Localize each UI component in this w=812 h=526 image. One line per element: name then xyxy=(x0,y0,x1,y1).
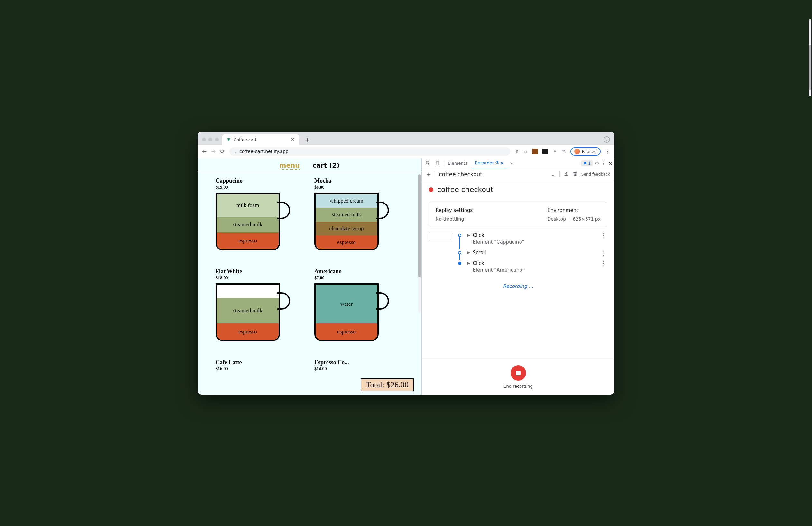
product-name: Cappucino xyxy=(216,178,305,184)
export-icon[interactable] xyxy=(564,171,569,178)
product-name: Espresso Co... xyxy=(314,359,403,366)
mug-graphic: milk foamsteamed milkespresso xyxy=(216,193,290,251)
product-card[interactable]: Flat White$18.00steamed milkespresso xyxy=(216,268,305,355)
product-price: $8.00 xyxy=(314,185,403,190)
chevron-down-icon: ⌄ xyxy=(551,171,555,178)
caret-right-icon[interactable]: ▶ xyxy=(467,261,470,265)
minimize-window-icon[interactable] xyxy=(208,138,212,141)
step-thumbnail xyxy=(429,232,452,241)
caret-right-icon[interactable]: ▶ xyxy=(467,251,470,255)
extension-icon-1[interactable] xyxy=(532,149,538,154)
replay-settings: Replay settings No throttling xyxy=(436,207,473,222)
site-info-icon[interactable]: ⌄ xyxy=(234,150,237,154)
url-text: coffee-cart.netlify.app xyxy=(240,149,289,154)
mug-layer: chocolate syrup xyxy=(316,222,377,235)
product-grid: Cappucino$19.00milk foamsteamed milkespr… xyxy=(198,172,421,393)
nav-menu-link[interactable]: menu xyxy=(279,161,300,170)
gear-icon[interactable]: ⚙ xyxy=(595,161,599,166)
delete-icon[interactable] xyxy=(572,171,578,177)
star-icon[interactable]: ☆ xyxy=(523,149,527,154)
stop-recording-button[interactable] xyxy=(510,365,526,381)
step-row[interactable]: ▶ ClickElement "Americano" ⋮ xyxy=(429,258,607,275)
step-kebab-icon[interactable]: ⋮ xyxy=(599,232,607,239)
close-devtools-icon[interactable]: × xyxy=(608,160,612,166)
browser-window: Coffee cart × + ⌄ ← → ⟳ ⌄ coffee-cart.ne… xyxy=(198,132,614,394)
share-icon[interactable]: ⇧ xyxy=(515,149,519,154)
mug-layer: steamed milk xyxy=(316,208,377,222)
maximize-window-icon[interactable] xyxy=(215,138,219,141)
extensions-icon[interactable]: ✦ xyxy=(553,149,557,154)
close-window-icon[interactable] xyxy=(202,138,206,141)
product-card[interactable]: Mocha$8.00whipped creamsteamed milkchoco… xyxy=(314,178,403,264)
end-recording-label: End recording xyxy=(504,384,533,389)
step-kebab-icon[interactable]: ⋮ xyxy=(599,260,607,267)
vue-icon xyxy=(227,137,231,142)
svg-rect-2 xyxy=(437,162,438,164)
product-name: Mocha xyxy=(314,178,403,184)
kebab-icon[interactable]: ⋮ xyxy=(601,161,606,166)
close-tab-icon[interactable]: × xyxy=(290,137,295,142)
product-name: Flat White xyxy=(216,268,305,275)
address-bar-row: ← → ⟳ ⌄ coffee-cart.netlify.app ⇧ ☆ ✦ ⚗ … xyxy=(198,145,614,158)
reload-button[interactable]: ⟳ xyxy=(220,148,225,155)
recording-status: Recording ... xyxy=(429,275,607,297)
send-feedback-link[interactable]: Send feedback xyxy=(581,172,610,177)
labs-icon[interactable]: ⚗ xyxy=(561,149,566,154)
step-row[interactable]: ▶ ClickElement "Cappucino" ⋮ xyxy=(429,230,607,247)
browser-tab[interactable]: Coffee cart × xyxy=(222,134,299,145)
more-tabs-icon[interactable]: » xyxy=(508,161,515,166)
mug-graphic: whipped creamsteamed milkchocolate syrup… xyxy=(314,193,388,251)
close-icon[interactable]: × xyxy=(500,161,504,166)
address-bar[interactable]: ⌄ coffee-cart.netlify.app xyxy=(229,147,510,155)
avatar-icon xyxy=(574,149,580,154)
product-card[interactable]: Cafe Latte$16.00 xyxy=(216,359,305,388)
window-controls xyxy=(202,138,219,141)
mug-layer: espresso xyxy=(316,324,377,340)
mug-layer: espresso xyxy=(217,232,279,249)
recording-selector[interactable]: coffee checkout ⌄ xyxy=(439,171,555,178)
product-price: $14.00 xyxy=(314,366,403,372)
mug-layer xyxy=(217,285,279,298)
step-kebab-icon[interactable]: ⋮ xyxy=(599,250,607,256)
record-indicator-icon xyxy=(429,187,433,192)
profile-paused[interactable]: Paused xyxy=(570,147,600,155)
product-name: Cafe Latte xyxy=(216,359,305,366)
tab-recorder[interactable]: Recorder ⚗ × xyxy=(472,158,507,168)
product-price: $19.00 xyxy=(216,185,305,190)
toolbar-icons: ⇧ ☆ ✦ ⚗ Paused ⋮ xyxy=(515,147,610,155)
caret-right-icon[interactable]: ▶ xyxy=(467,233,470,237)
mug-layer: steamed milk xyxy=(217,217,279,232)
menu-icon[interactable]: ⋮ xyxy=(605,149,610,154)
new-tab-button[interactable]: + xyxy=(302,136,313,143)
product-price: $18.00 xyxy=(216,275,305,281)
nav-cart-link[interactable]: cart (2) xyxy=(313,161,339,170)
tab-strip: Coffee cart × + ⌄ xyxy=(198,132,614,145)
tab-elements[interactable]: Elements xyxy=(445,159,471,168)
inspect-icon[interactable] xyxy=(424,159,432,167)
page-navigation: menu cart (2) xyxy=(198,158,421,172)
step-row[interactable]: ▶ Scroll ⋮ xyxy=(429,247,607,258)
web-page: menu cart (2) Cappucino$19.00milk foamst… xyxy=(198,158,421,394)
product-name: Americano xyxy=(314,268,403,275)
devtools-panel: Elements Recorder ⚗ × » 1 ⚙ ⋮ × + coffee… xyxy=(421,158,614,394)
total-badge[interactable]: Total: $26.00 xyxy=(361,378,414,391)
extension-icon-2[interactable] xyxy=(542,149,548,154)
chevron-down-icon[interactable]: ⌄ xyxy=(604,136,610,143)
product-card[interactable]: Cappucino$19.00milk foamsteamed milkespr… xyxy=(216,178,305,264)
flask-icon: ⚗ xyxy=(495,161,499,165)
mug-graphic: waterespresso xyxy=(314,283,388,341)
product-card[interactable]: Americano$7.00waterespresso xyxy=(314,268,403,355)
device-toggle-icon[interactable] xyxy=(433,159,442,167)
product-price: $7.00 xyxy=(314,275,403,281)
end-recording-section: End recording xyxy=(422,359,614,394)
page-scrollbar[interactable] xyxy=(418,174,421,313)
step-detail: Element "Americano" xyxy=(473,267,596,274)
add-recording-button[interactable]: + xyxy=(426,171,431,178)
back-button[interactable]: ← xyxy=(202,148,206,155)
messages-badge[interactable]: 1 xyxy=(581,161,593,166)
forward-button[interactable]: → xyxy=(211,148,216,155)
mug-layer: milk foam xyxy=(217,194,279,217)
mug-layer: whipped cream xyxy=(316,194,377,208)
step-action: Click xyxy=(473,260,596,267)
step-action: Click xyxy=(473,232,596,239)
